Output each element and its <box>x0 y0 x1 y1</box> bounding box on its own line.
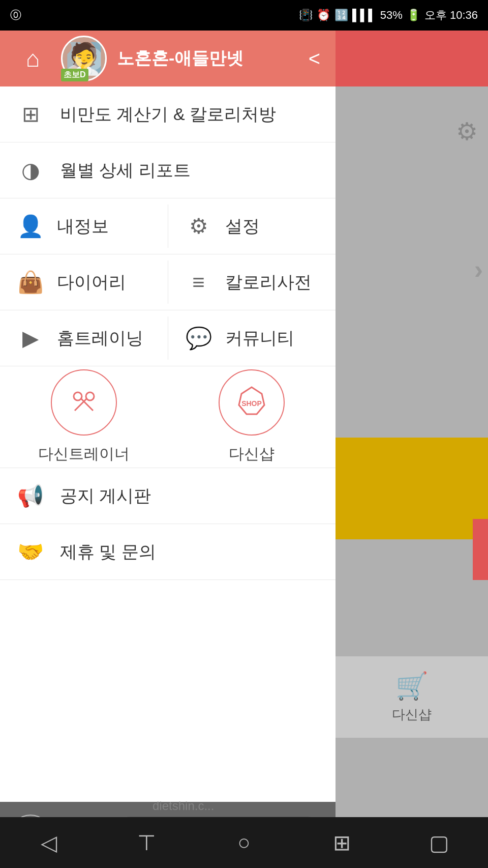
menu-item-report[interactable]: ◑ 월별 상세 리포트 <box>0 142 336 198</box>
time: 오후 10:36 <box>424 8 478 23</box>
home-icon: ⌂ <box>26 47 40 70</box>
bg-cart-area: 🛒 다신샵 <box>336 656 488 738</box>
bmi-label: 비만도 계산기 & 칼로리처방 <box>60 103 276 126</box>
report-icon: ◑ <box>15 158 46 183</box>
nav-down-button[interactable]: ⊤ <box>126 822 167 863</box>
menu-list: ⊞ 비만도 계산기 & 칼로리처방 ◑ 월별 상세 리포트 👤 내정보 ⚙ 설정… <box>0 86 336 802</box>
vibrate-icon: 📳 <box>299 9 313 22</box>
menu-item-community[interactable]: 💬 커뮤니티 <box>168 310 336 366</box>
partnership-icon: 🤝 <box>15 539 46 564</box>
nav-bar: ◁ ⊤ ○ ⊞ ▢ <box>0 817 488 868</box>
menu-row-diary-calorie: 👜 다이어리 ≡ 칼로리사전 <box>0 254 336 310</box>
diary-icon: 👜 <box>15 270 46 295</box>
network-icon: 🔢 <box>334 9 348 22</box>
trainer-label: 다신트레이너 <box>38 444 130 465</box>
home-button[interactable]: ⌂ <box>15 41 51 76</box>
nav-down-icon: ⊤ <box>137 830 156 855</box>
nav-recent-icon: ▢ <box>429 830 449 855</box>
nav-back-button[interactable]: ◁ <box>28 822 69 863</box>
nav-home-icon: ○ <box>237 830 250 855</box>
menu-item-diary[interactable]: 👜 다이어리 <box>0 254 168 310</box>
status-right: 📳 ⏰ 🔢 ▌▌▌ 53% 🔋 오후 10:36 <box>299 8 478 23</box>
shop-label: 다신샵 <box>229 444 274 465</box>
myinfo-label: 내정보 <box>57 215 109 238</box>
person-icon: 👤 <box>15 214 46 239</box>
cart-icon: 🛒 <box>395 671 429 702</box>
navigation-drawer: ⌂ 🧖 초보D 노혼혼-애들만넷 < ⊞ 비만도 계산기 & 칼로리처방 ◑ 월… <box>0 31 336 868</box>
battery-icon: 🔋 <box>407 9 420 22</box>
dashin-trainer-item[interactable]: 다신트레이너 <box>0 366 168 468</box>
menu-item-notice[interactable]: 📢 공지 게시판 <box>0 468 336 524</box>
settings-label: 설정 <box>225 215 260 238</box>
arrow-icon-bg: › <box>474 254 483 285</box>
watermark: dietshin.c... <box>152 799 214 813</box>
gear-icon-bg: ⚙ <box>456 117 478 146</box>
notice-icon: 📢 <box>15 483 46 508</box>
partnership-label: 제휴 및 문의 <box>60 540 156 564</box>
nav-grid-button[interactable]: ⊞ <box>321 822 362 863</box>
calorie-dict-icon: ≡ <box>184 270 214 295</box>
calorie-dict-label: 칼로리사전 <box>225 271 312 294</box>
svg-text:SHOP: SHOP <box>241 399 262 408</box>
background-app: ⚙ › 🛒 다신샵 <box>336 31 488 868</box>
dashin-shop-item[interactable]: SHOP 다신샵 <box>168 366 336 468</box>
big-icon-row: 다신트레이너 SHOP 다신샵 <box>0 366 336 468</box>
alarm-icon: ⏰ <box>317 9 330 22</box>
menu-item-settings[interactable]: ⚙ 설정 <box>168 198 336 254</box>
calculator-icon: ⊞ <box>15 102 46 127</box>
avatar-wrapper[interactable]: 🧖 초보D <box>61 36 107 81</box>
menu-row-info-settings: 👤 내정보 ⚙ 설정 <box>0 198 336 254</box>
trainer-circle-icon <box>51 369 117 436</box>
nav-back-icon: ◁ <box>41 830 57 855</box>
menu-item-bmi[interactable]: ⊞ 비만도 계산기 & 칼로리처방 <box>0 86 336 142</box>
nav-grid-icon: ⊞ <box>333 830 351 855</box>
red-strip <box>473 519 488 580</box>
battery-percent: 53% <box>380 9 403 22</box>
signal-icon: ▌▌▌ <box>352 9 376 22</box>
chat-icon: 💬 <box>184 326 214 351</box>
nav-home-button[interactable]: ○ <box>224 822 264 863</box>
bg-top-bar <box>336 31 488 86</box>
menu-item-partnership[interactable]: 🤝 제휴 및 문의 <box>0 524 336 580</box>
status-left: ⓪ <box>10 8 21 23</box>
community-label: 커뮤니티 <box>225 327 294 350</box>
menu-row-training-community: ▶ 홈트레이닝 💬 커뮤니티 <box>0 310 336 366</box>
yellow-block <box>336 438 488 539</box>
user-name: 노혼혼-애들만넷 <box>117 47 298 70</box>
play-icon: ▶ <box>15 326 46 351</box>
app-icon: ⓪ <box>10 8 21 23</box>
notice-label: 공지 게시판 <box>60 484 151 508</box>
user-badge: 초보D <box>61 69 88 81</box>
menu-item-myinfo[interactable]: 👤 내정보 <box>0 198 168 254</box>
shop-circle-icon: SHOP <box>219 369 285 436</box>
back-button[interactable]: < <box>309 47 320 70</box>
menu-item-training[interactable]: ▶ 홈트레이닝 <box>0 310 168 366</box>
drawer-header: ⌂ 🧖 초보D 노혼혼-애들만넷 < <box>0 31 336 86</box>
diary-label: 다이어리 <box>57 271 126 294</box>
nav-recent-button[interactable]: ▢ <box>419 822 460 863</box>
settings-icon: ⚙ <box>184 214 214 239</box>
menu-item-calorie-dict[interactable]: ≡ 칼로리사전 <box>168 254 336 310</box>
status-bar: ⓪ 📳 ⏰ 🔢 ▌▌▌ 53% 🔋 오후 10:36 <box>0 0 488 31</box>
report-label: 월별 상세 리포트 <box>60 159 191 182</box>
training-label: 홈트레이닝 <box>57 327 143 350</box>
cart-label: 다신샵 <box>392 706 432 724</box>
